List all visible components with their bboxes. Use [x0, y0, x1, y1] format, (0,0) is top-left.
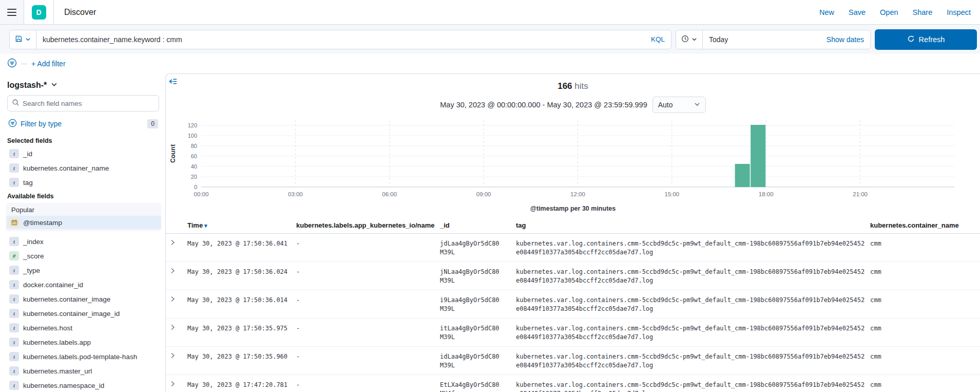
svg-text:0: 0 [194, 184, 197, 190]
time-range-value[interactable]: Today [703, 35, 734, 44]
search-query-input[interactable] [36, 30, 645, 49]
clock-icon [681, 35, 689, 44]
table-body: May 30, 2023 @ 17:50:36.041-jdLaa4gByOr5… [166, 234, 980, 392]
app-logo[interactable]: D [24, 0, 54, 24]
field-name: kubernetes.host [23, 324, 72, 332]
search-field-names-input[interactable] [23, 100, 155, 107]
cell-labels-app: - [296, 296, 440, 318]
field-item-_id[interactable]: t_id [7, 146, 159, 161]
field-item-docker.container_id[interactable]: tdocker.container_id [7, 277, 159, 292]
histogram-chart[interactable]: 02040608010012000:0003:0006:0009:0012:00… [166, 117, 980, 202]
field-name: _score [23, 252, 44, 260]
top-navigation-bar: D Discover New Save Open Share Inspect [0, 0, 980, 25]
text-field-icon: t [9, 178, 19, 187]
table-row: May 30, 2023 @ 17:50:35.960-idLaa4gByOr5… [166, 347, 980, 375]
cell-time: May 30, 2023 @ 17:50:35.975 [187, 324, 296, 346]
menu-button[interactable] [0, 0, 24, 24]
cell-id: itLaa4gByOr5dC80M39L [440, 324, 516, 346]
cell-tag: kubernetes.var.log.containers.cmm-5ccbd9… [516, 381, 870, 392]
field-name: _index [23, 238, 44, 246]
field-item-tag[interactable]: ttag [7, 175, 159, 190]
column-header-labels-app[interactable]: kubernetes.labels.app_kubernetes_io/name [296, 221, 440, 229]
share-button[interactable]: Share [913, 8, 933, 16]
chevron-down-icon [691, 35, 697, 44]
open-button[interactable]: Open [880, 8, 898, 16]
expand-row-icon[interactable] [170, 296, 187, 318]
expand-row-icon[interactable] [170, 239, 187, 262]
save-button[interactable]: Save [849, 8, 866, 16]
collapse-sidebar-icon[interactable] [168, 78, 177, 87]
index-pattern-selector[interactable]: logstash-* [7, 79, 159, 95]
svg-text:21:00: 21:00 [853, 191, 868, 197]
field-item-kubernetes.namespace_id[interactable]: tkubernetes.namespace_id [7, 378, 159, 392]
global-filter-icon[interactable] [7, 58, 17, 69]
table-row: May 30, 2023 @ 17:50:36.024-jNLaa4gByOr5… [166, 262, 980, 290]
new-button[interactable]: New [819, 8, 834, 16]
field-name: kubernetes.container_image [23, 295, 110, 303]
cell-labels-app: - [296, 239, 440, 262]
filter-by-type-button[interactable]: Filter by type 0 [7, 117, 159, 134]
number-field-icon: # [9, 251, 19, 260]
expand-row-icon[interactable] [170, 268, 187, 290]
column-header-time[interactable]: Time▾ [187, 221, 296, 229]
svg-text:40: 40 [191, 163, 197, 170]
text-field-icon: t [9, 366, 19, 376]
column-header-tag[interactable]: tag [516, 221, 870, 229]
field-item-@timestamp[interactable]: @timestamp [6, 216, 161, 229]
available-fields-header: Available fields [7, 190, 159, 202]
field-item-kubernetes.host[interactable]: tkubernetes.host [7, 321, 159, 335]
saved-query-menu-button[interactable] [10, 30, 36, 49]
popular-fields-header: Popular [6, 205, 161, 216]
field-item-kubernetes.container_image[interactable]: tkubernetes.container_image [7, 292, 159, 306]
available-fields-list: t_index#_scoret_typetdocker.container_id… [7, 234, 159, 392]
cell-time: May 30, 2023 @ 17:50:36.041 [187, 239, 296, 262]
field-search-container [7, 95, 159, 111]
interval-select[interactable]: Auto [652, 97, 706, 113]
field-name: kubernetes.container_image_id [23, 310, 120, 318]
cell-labels-app: - [296, 381, 440, 392]
time-quick-select-button[interactable] [676, 30, 703, 49]
field-item-_index[interactable]: t_index [7, 234, 159, 249]
inspect-button[interactable]: Inspect [947, 8, 971, 16]
cell-labels-app: - [296, 352, 440, 375]
field-item-kubernetes.container_name[interactable]: tkubernetes.container_name [7, 161, 159, 175]
field-item-kubernetes.labels.pod-template-hash[interactable]: tkubernetes.labels.pod-template-hash [7, 349, 159, 364]
discover-app-icon: D [32, 5, 46, 20]
cell-container-name: cmm [870, 296, 980, 318]
calendar-icon [9, 218, 19, 227]
field-item-_type[interactable]: t_type [7, 263, 159, 277]
cell-container-name: cmm [870, 324, 980, 346]
field-item-kubernetes.master_url[interactable]: tkubernetes.master_url [7, 364, 159, 378]
table-header-row: Time▾ kubernetes.labels.app_kubernetes_i… [166, 218, 980, 234]
field-item-_score[interactable]: #_score [7, 249, 159, 263]
column-header-container-name[interactable]: kubernetes.container_name [870, 221, 980, 229]
show-dates-button[interactable]: Show dates [827, 35, 870, 44]
cell-time: May 30, 2023 @ 17:47:20.781 [187, 381, 296, 392]
column-header-id[interactable]: _id [440, 221, 516, 229]
sort-descending-icon: ▾ [204, 222, 207, 229]
expand-row-icon[interactable] [170, 324, 187, 346]
field-name: kubernetes.labels.app [23, 339, 91, 346]
table-row: May 30, 2023 @ 17:50:35.975-itLaa4gByOr5… [166, 319, 980, 347]
chart-x-axis-label: @timestamp per 30 minutes [166, 205, 980, 212]
cell-id: jNLaa4gByOr5dC80M39L [440, 268, 516, 290]
field-item-kubernetes.labels.app[interactable]: tkubernetes.labels.app [7, 335, 159, 349]
query-language-button[interactable]: KQL [645, 30, 671, 49]
text-field-icon: t [9, 294, 19, 304]
field-item-kubernetes.container_image_id[interactable]: tkubernetes.container_image_id [7, 306, 159, 321]
filter-bar: + Add filter [0, 54, 980, 73]
add-filter-button[interactable]: + Add filter [31, 60, 66, 68]
text-field-icon: t [9, 266, 19, 275]
cell-tag: kubernetes.var.log.containers.cmm-5ccbd9… [516, 239, 870, 262]
search-icon [12, 99, 20, 108]
fields-sidebar: logstash-* Filter by type 0 Selected fie… [0, 73, 165, 392]
field-name: kubernetes.master_url [23, 367, 92, 375]
expand-row-icon[interactable] [170, 381, 187, 392]
discover-main-panel: 166 hits May 30, 2023 @ 00:00:00.000 - M… [165, 73, 980, 392]
svg-text:Count: Count [169, 144, 177, 163]
cell-container-name: cmm [870, 268, 980, 290]
field-name: _type [23, 267, 40, 274]
expand-row-icon[interactable] [170, 352, 187, 375]
refresh-button[interactable]: Refresh [875, 29, 977, 50]
filter-count-badge: 0 [147, 119, 158, 128]
